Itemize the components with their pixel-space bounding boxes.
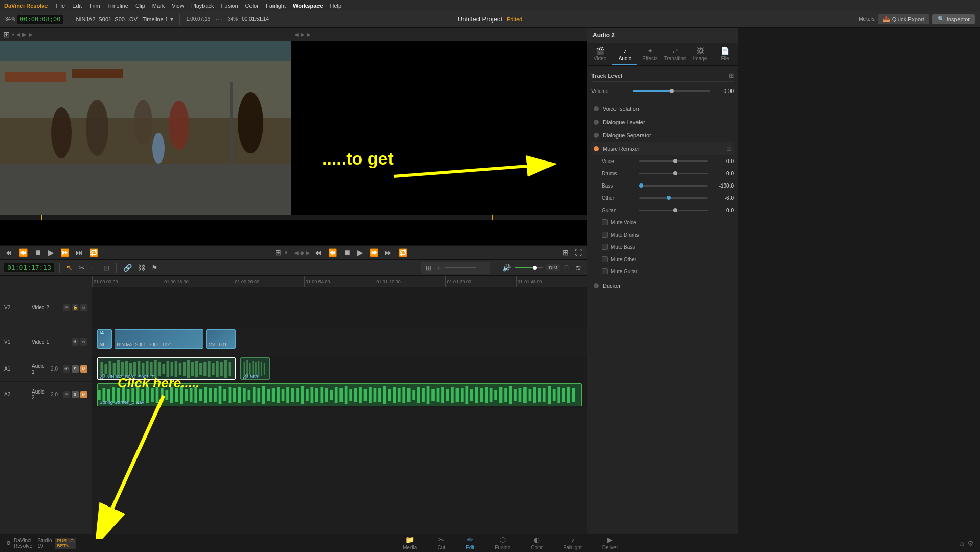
left-scrubber[interactable] (0, 215, 291, 220)
nav-fairlight[interactable]: ♪ Fairlight (553, 534, 592, 552)
menu-timeline[interactable]: Timeline (107, 3, 128, 9)
skip-end-btn[interactable]: ⏭ (74, 247, 85, 258)
v2-eye-btn[interactable]: 👁 (63, 304, 70, 311)
volume-slider-inspector[interactable] (633, 90, 710, 92)
menu-clip[interactable]: Clip (135, 3, 145, 9)
a2-solo-btn[interactable]: S (72, 391, 79, 398)
menu-edit[interactable]: Edit (72, 3, 82, 9)
a1-clip-1[interactable]: 🔗 NINJA2_S001_S001_T... (97, 357, 236, 380)
zoom-slider[interactable] (445, 267, 476, 268)
effect-ducker[interactable]: Ducker (591, 279, 734, 292)
r-prev-btn[interactable]: ◀ (294, 32, 299, 37)
volume-btn[interactable]: 🔊 (500, 263, 512, 273)
tab-image[interactable]: 🖼 Image (688, 43, 713, 65)
link-btn[interactable]: ⛓ (136, 263, 147, 273)
frame-btn[interactable]: ⊞ (273, 247, 283, 258)
snapping-btn[interactable]: 🔗 (122, 263, 133, 273)
play-pause-btn[interactable]: ▶ (46, 247, 56, 258)
nav-color[interactable]: ◐ Color (520, 534, 553, 552)
expand-icon[interactable]: ⊞ (728, 72, 734, 79)
waveform-btn[interactable]: ≋ (574, 263, 583, 273)
next-btn[interactable]: ▶ (29, 32, 33, 37)
voice-slider[interactable] (639, 160, 708, 162)
v1-clip-1[interactable]: 📽 NINI... (97, 329, 112, 349)
drums-slider[interactable] (639, 173, 708, 174)
dynamic-trim[interactable]: ⊢ (89, 263, 99, 273)
r-frame-btn[interactable]: ⊞ (561, 247, 571, 258)
quick-export-button[interactable]: 📤 Quick Export (878, 14, 929, 24)
step-back-btn[interactable]: ⏪ (17, 247, 30, 258)
menu-help[interactable]: Help (330, 3, 342, 9)
menu-trim[interactable]: Trim (89, 3, 100, 9)
step-fwd-btn[interactable]: ⏩ (58, 247, 71, 258)
menu-playback[interactable]: Playback (191, 3, 214, 9)
zoom-in-btn[interactable]: + (435, 263, 442, 273)
trim-tool[interactable]: ✂ (77, 263, 86, 273)
blade-tool[interactable]: ⊡ (102, 263, 111, 273)
a1-solo-btn[interactable]: S (72, 365, 79, 373)
v2-fx-btn[interactable]: fx (80, 304, 87, 311)
nav-deliver[interactable]: ▶ Deliver (592, 534, 628, 552)
home-icon[interactable]: ⌂ (960, 539, 964, 547)
other-slider[interactable] (639, 197, 708, 199)
menu-mark[interactable]: Mark (152, 3, 165, 9)
effect-dialogue-leveler[interactable]: Dialogue Leveler (591, 116, 734, 129)
loop-btn[interactable]: 🔁 (87, 247, 100, 258)
menu-fusion[interactable]: Fusion (221, 3, 238, 9)
selection-tool[interactable]: ↖ (65, 263, 74, 273)
fit-btn[interactable]: ⊞ (424, 263, 434, 273)
r-fullscreen-btn[interactable]: ⛶ (573, 247, 584, 258)
tab-audio[interactable]: ♪ Audio (612, 43, 637, 65)
v1-fx-btn[interactable]: fx (80, 338, 87, 346)
tab-transition[interactable]: ⇄ Transition (663, 43, 688, 65)
bass-slider[interactable] (639, 185, 708, 187)
prev-btn[interactable]: ◀ (16, 32, 20, 37)
v1-eye-btn[interactable]: 👁 (72, 338, 79, 346)
menu-color[interactable]: Color (245, 3, 259, 9)
menu-fairlight[interactable]: Fairlight (266, 3, 286, 9)
nav-edit[interactable]: ✏ Edit (455, 534, 485, 552)
r-step-fwd-btn[interactable]: ⏩ (368, 247, 380, 258)
r-next-btn[interactable]: ▶ (307, 32, 311, 37)
a2-mute-btn[interactable]: M (80, 391, 87, 398)
a1-mute-btn[interactable]: M (80, 365, 87, 373)
r-loop-btn[interactable]: 🔁 (397, 247, 409, 258)
settings-icon[interactable]: ⚙ (967, 539, 974, 547)
effect-voice-isolation[interactable]: Voice Isolation (591, 102, 734, 116)
dropdown-icon2[interactable]: ▾ (285, 249, 288, 256)
effect-dialogue-separator[interactable]: Dialogue Separator (591, 129, 734, 142)
mute-voice-checkbox[interactable] (602, 219, 608, 225)
v1-clip-2[interactable]: NINJA2_S001_S001_T021... (115, 329, 203, 349)
r-play-pause-btn[interactable]: ▶ (355, 247, 365, 258)
dropdown-icon[interactable]: ▾ (170, 16, 173, 23)
r-skip-start-btn[interactable]: ⏮ (312, 247, 324, 258)
menu-file[interactable]: File (56, 3, 65, 9)
a1-eye-btn[interactable]: 👁 (63, 365, 70, 373)
nav-fusion[interactable]: ⬡ Fusion (485, 534, 520, 552)
tab-file[interactable]: 📄 File (713, 43, 738, 65)
a2-clip-1[interactable]: generate waveform bars (97, 383, 582, 406)
right-scrubber[interactable] (291, 215, 587, 220)
menu-workspace[interactable]: Workspace (293, 3, 323, 9)
tab-effects[interactable]: ✦ Effects (637, 43, 663, 65)
tab-video[interactable]: 🎬 Video (587, 43, 612, 65)
nav-cut[interactable]: ✂ Cut (427, 534, 455, 552)
menu-view[interactable]: View (172, 3, 184, 9)
solo-btn[interactable]: ☐ (563, 264, 571, 271)
mute-other-checkbox[interactable] (602, 256, 608, 262)
nav-media[interactable]: 📁 Media (393, 534, 427, 552)
mute-drums-checkbox[interactable] (602, 232, 608, 238)
flag-btn[interactable]: ⚑ (150, 263, 159, 273)
inspector-button[interactable]: 🔍 Inspector (932, 14, 975, 24)
dim-btn[interactable]: DIM (546, 264, 560, 271)
overflow-dots[interactable]: ⋯ (215, 15, 222, 24)
stop-btn[interactable]: ⏹ (32, 247, 43, 258)
a2-eye-btn[interactable]: 👁 (63, 391, 70, 398)
r-skip-end-btn[interactable]: ⏭ (383, 247, 394, 258)
volume-slider[interactable] (515, 267, 543, 268)
skip-start-btn[interactable]: ⏮ (3, 247, 14, 258)
play-btn[interactable]: ▶ (22, 32, 27, 37)
effect-music-remixer[interactable]: Music Remixer ⊟ (591, 142, 734, 155)
r-play-btn[interactable]: ▶ (301, 32, 305, 37)
guitar-slider[interactable] (639, 210, 708, 211)
